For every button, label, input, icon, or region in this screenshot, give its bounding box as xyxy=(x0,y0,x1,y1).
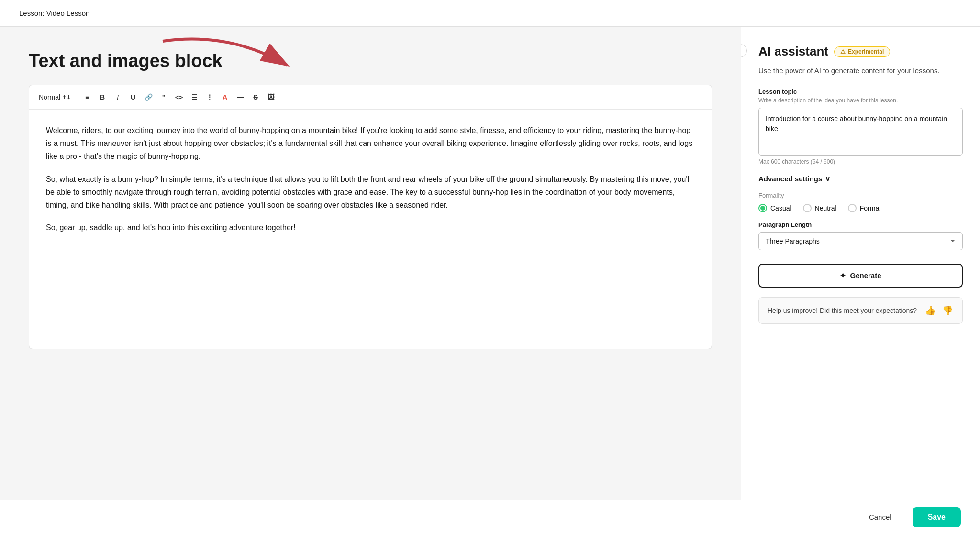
editor-body[interactable]: Welcome, riders, to our exciting journey… xyxy=(29,110,712,349)
advanced-settings-toggle[interactable]: Advanced settings ∨ xyxy=(758,175,963,183)
char-count: Max 600 characters (64 / 600) xyxy=(758,158,963,165)
color-button[interactable]: A xyxy=(218,90,232,104)
formal-label: Formal xyxy=(860,204,881,212)
paragraph-length-select[interactable]: One Paragraph Two Paragraphs Three Parag… xyxy=(758,232,963,250)
numbered-list-button[interactable]: ⋮ xyxy=(202,90,217,104)
hr-button[interactable]: — xyxy=(233,90,247,104)
bold-button[interactable]: B xyxy=(95,90,110,104)
formal-radio-circle[interactable] xyxy=(848,204,857,212)
paragraph-2: So, what exactly is a bunny-hop? In simp… xyxy=(46,173,695,212)
generate-sparkle-icon: ✦ xyxy=(840,271,846,280)
bottom-bar: Cancel Save xyxy=(0,500,980,534)
feedback-text: Help us improve! Did this meet your expe… xyxy=(768,307,917,314)
generate-button[interactable]: ✦ Generate xyxy=(758,264,963,288)
italic-button[interactable]: I xyxy=(111,90,125,104)
code-button[interactable]: <> xyxy=(172,90,186,104)
editor-toolbar: Normal ⬆⬇ ≡ B I U 🔗 " <> ☰ ⋮ A — S 🖼 xyxy=(29,85,712,110)
format-label: Normal xyxy=(39,93,60,101)
formality-neutral[interactable]: Neutral xyxy=(803,204,836,212)
ai-panel: › AI assistant ⚠ Experimental Use the po… xyxy=(741,27,980,500)
paragraph-1: Welcome, riders, to our exciting journey… xyxy=(46,124,695,163)
editor-panel: Text and images block Normal ⬆⬇ ≡ B I U … xyxy=(0,27,741,500)
underline-button[interactable]: U xyxy=(126,90,140,104)
formality-casual[interactable]: Casual xyxy=(758,204,791,212)
formality-section: Formality Casual Neutral Formal xyxy=(758,192,963,212)
panel-toggle-button[interactable]: › xyxy=(741,44,747,57)
align-button[interactable]: ≡ xyxy=(80,90,94,104)
formality-radio-group: Casual Neutral Formal xyxy=(758,204,963,212)
paragraph-3: So, gear up, saddle up, and let's hop in… xyxy=(46,221,695,234)
cancel-button[interactable]: Cancel xyxy=(856,508,905,526)
paragraph-length-label: Paragraph Length xyxy=(758,221,963,228)
toolbar-divider-1 xyxy=(77,92,77,102)
format-chevron-icon: ⬆⬇ xyxy=(62,94,71,100)
strikethrough-button[interactable]: S xyxy=(248,90,263,104)
feedback-icons: 👍 👎 xyxy=(924,304,954,317)
casual-radio-circle[interactable] xyxy=(758,204,767,212)
neutral-radio-circle[interactable] xyxy=(803,204,812,212)
advanced-settings-label: Advanced settings xyxy=(758,175,822,183)
formality-label: Formality xyxy=(758,192,963,199)
ai-title: AI assistant xyxy=(758,44,828,59)
main-content: Text and images block Normal ⬆⬇ ≡ B I U … xyxy=(0,27,980,500)
quote-button[interactable]: " xyxy=(156,90,171,104)
thumbs-up-button[interactable]: 👍 xyxy=(924,304,936,317)
formality-formal[interactable]: Formal xyxy=(848,204,881,212)
chevron-down-icon: ∨ xyxy=(825,175,830,183)
save-button[interactable]: Save xyxy=(913,507,961,527)
format-select[interactable]: Normal ⬆⬇ xyxy=(36,91,74,103)
top-bar: Lesson: Video Lesson xyxy=(0,0,980,27)
block-title: Text and images block xyxy=(29,51,712,71)
editor-container: Normal ⬆⬇ ≡ B I U 🔗 " <> ☰ ⋮ A — S 🖼 xyxy=(29,85,712,349)
experimental-label: Experimental xyxy=(848,48,884,55)
ai-panel-header: AI assistant ⚠ Experimental xyxy=(758,44,963,59)
chevron-right-icon: › xyxy=(741,47,741,55)
feedback-bar: Help us improve! Did this meet your expe… xyxy=(758,297,963,324)
neutral-label: Neutral xyxy=(815,204,836,212)
casual-label: Casual xyxy=(770,204,791,212)
ai-description: Use the power of AI to generate content … xyxy=(758,66,963,77)
lesson-topic-label: Lesson topic xyxy=(758,88,963,95)
thumbs-down-button[interactable]: 👎 xyxy=(941,304,954,317)
lesson-topic-sublabel: Write a description of the idea you have… xyxy=(758,97,963,104)
bullet-list-button[interactable]: ☰ xyxy=(187,90,201,104)
page-title: Lesson: Video Lesson xyxy=(19,9,89,17)
paragraph-length-section: Paragraph Length One Paragraph Two Parag… xyxy=(758,221,963,250)
experimental-badge: ⚠ Experimental xyxy=(834,46,890,57)
generate-label: Generate xyxy=(850,271,881,279)
warning-icon: ⚠ xyxy=(840,48,846,55)
image-button[interactable]: 🖼 xyxy=(264,90,278,104)
link-button[interactable]: 🔗 xyxy=(141,90,156,104)
lesson-topic-textarea[interactable] xyxy=(758,108,963,156)
